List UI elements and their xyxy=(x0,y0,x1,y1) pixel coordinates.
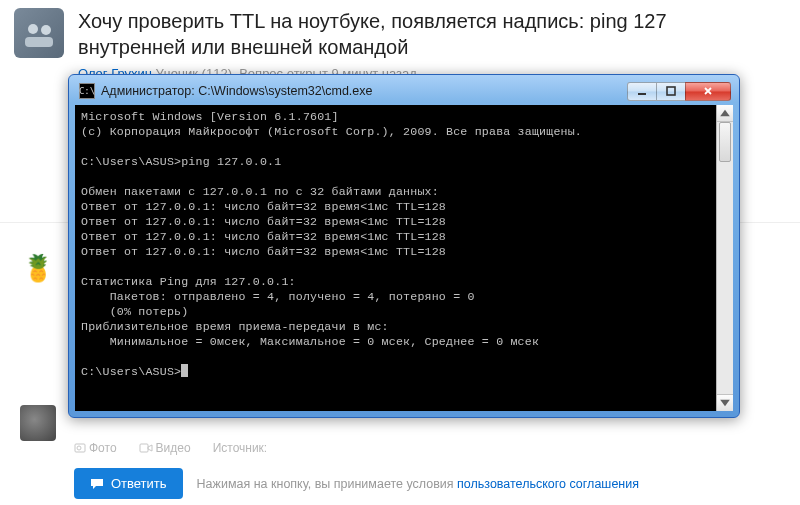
cmd-icon: C:\ xyxy=(79,83,95,99)
terms-link[interactable]: пользовательского соглашения xyxy=(457,477,639,491)
terminal-output[interactable]: Microsoft Windows [Version 6.1.7601] (c)… xyxy=(75,105,733,411)
maximize-button[interactable] xyxy=(656,82,686,101)
attach-video[interactable]: Видео xyxy=(139,441,191,455)
svg-rect-4 xyxy=(667,87,675,95)
scroll-thumb[interactable] xyxy=(719,122,731,162)
cmd-title: Администратор: C:\Windows\system32\cmd.e… xyxy=(101,84,628,98)
answerer-avatar-pineapple[interactable]: 🍍 xyxy=(20,250,56,286)
question-title: Хочу проверить TTL на ноутбуке, появляет… xyxy=(78,8,786,60)
cmd-titlebar[interactable]: C:\ Администратор: C:\Windows\system32\c… xyxy=(75,81,733,105)
scroll-down-icon[interactable] xyxy=(717,394,733,411)
attach-photo[interactable]: Фото xyxy=(74,441,117,455)
cmd-window: C:\ Администратор: C:\Windows\system32\c… xyxy=(68,74,740,418)
svg-point-6 xyxy=(77,446,81,450)
scroll-track[interactable] xyxy=(717,122,733,394)
svg-rect-3 xyxy=(638,93,646,95)
attach-source[interactable]: Источник: xyxy=(213,441,268,455)
answer-button[interactable]: Ответить xyxy=(74,468,183,499)
svg-point-0 xyxy=(28,24,38,34)
bubble-icon xyxy=(90,477,104,491)
minimize-button[interactable] xyxy=(627,82,657,101)
close-button[interactable] xyxy=(685,82,731,101)
avatar[interactable] xyxy=(14,8,64,58)
attachment-bar: Фото Видео Источник: xyxy=(74,441,267,455)
scrollbar[interactable] xyxy=(716,105,733,411)
svg-point-1 xyxy=(41,25,51,35)
cursor-icon xyxy=(181,364,188,377)
svg-rect-7 xyxy=(140,444,148,452)
terms-text: Нажимая на кнопку, вы принимаете условия… xyxy=(197,477,639,491)
answerer-avatar-pet[interactable] xyxy=(20,405,56,441)
svg-rect-2 xyxy=(25,37,53,47)
scroll-up-icon[interactable] xyxy=(717,105,733,122)
